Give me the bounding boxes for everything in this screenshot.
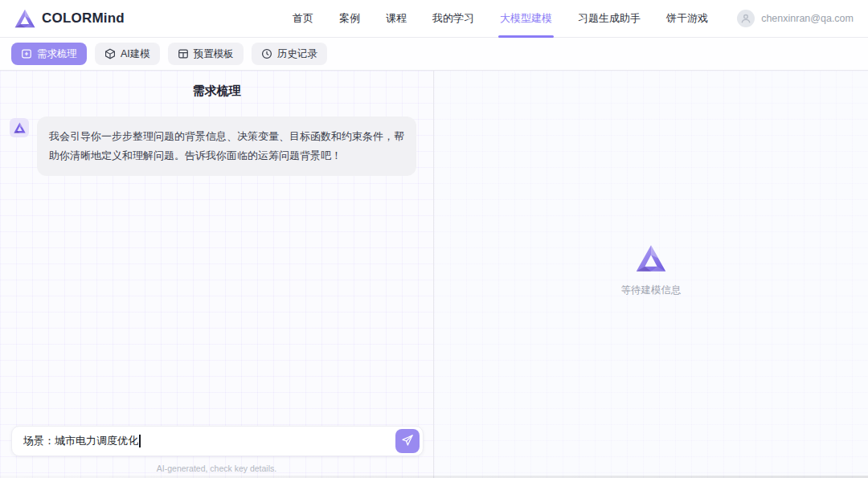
tool-button-label: AI建模: [121, 47, 150, 61]
scenario-input-value: 场景：城市电力调度优化: [23, 434, 138, 448]
tool-button-4[interactable]: 历史记录: [252, 43, 327, 65]
main-content: 需求梳理 我会引导你一步步整理问题的背景信息、决策变量、目标函数和约束条件，帮助…: [0, 71, 868, 478]
brand[interactable]: COLORMind: [14, 9, 207, 28]
modeling-panel: 等待建模信息: [434, 71, 868, 478]
message-plus-icon: [21, 48, 32, 59]
text-caret: [139, 435, 141, 447]
brand-name: COLORMind: [42, 10, 125, 27]
message-bubble: 我会引导你一步步整理问题的背景信息、决策变量、目标函数和约束条件，帮助你清晰地定…: [37, 116, 416, 176]
person-icon: [737, 10, 755, 27]
app-header: COLORMind 首页案例课程我的学习大模型建模习题生成助手饼干游戏 chen…: [0, 0, 868, 38]
user-email: chenxinran@qa.com: [761, 13, 854, 24]
chat-message-assistant: 我会引导你一步步整理问题的背景信息、决策变量、目标函数和约束条件，帮助你清晰地定…: [10, 116, 424, 176]
colormind-logo-icon: [14, 9, 35, 28]
tool-button-3[interactable]: 预置模板: [168, 43, 244, 65]
nav-item-2[interactable]: 案例: [326, 0, 373, 38]
ai-disclaimer: AI-generated, check key details.: [0, 464, 433, 473]
toolbar: 需求梳理AI建模预置模板历史记录: [0, 38, 868, 71]
empty-state: 等待建模信息: [621, 244, 682, 297]
cube-icon: [104, 48, 116, 59]
tool-button-label: 预置模板: [194, 47, 234, 61]
template-icon: [178, 48, 189, 59]
empty-state-text: 等待建模信息: [621, 284, 682, 297]
scenario-input[interactable]: 场景：城市电力调度优化: [11, 426, 424, 456]
requirements-panel: 需求梳理 我会引导你一步步整理问题的背景信息、决策变量、目标函数和约束条件，帮助…: [0, 71, 434, 478]
send-button[interactable]: [395, 429, 420, 453]
tool-button-2[interactable]: AI建模: [95, 43, 160, 65]
nav-item-4[interactable]: 我的学习: [420, 0, 487, 38]
tool-button-label: 需求梳理: [37, 47, 77, 61]
nav-item-5-active[interactable]: 大模型建模: [487, 0, 565, 38]
clock-icon: [261, 48, 272, 59]
nav-item-7[interactable]: 饼干游戏: [653, 0, 721, 38]
user-account[interactable]: chenxinran@qa.com: [737, 10, 854, 27]
main-nav: 首页案例课程我的学习大模型建模习题生成助手饼干游戏: [280, 0, 721, 38]
tool-button-1[interactable]: 需求梳理: [11, 43, 87, 65]
paper-plane-icon: [401, 434, 414, 449]
nav-item-1[interactable]: 首页: [280, 0, 326, 38]
colormind-logo-icon: [636, 244, 666, 276]
nav-item-6[interactable]: 习题生成助手: [565, 0, 653, 38]
nav-item-3[interactable]: 课程: [373, 0, 420, 38]
assistant-avatar: [10, 118, 29, 137]
panel-title: 需求梳理: [0, 71, 433, 99]
tool-button-label: 历史记录: [277, 47, 317, 61]
chat-messages: 我会引导你一步步整理问题的背景信息、决策变量、目标函数和约束条件，帮助你清晰地定…: [0, 99, 433, 176]
